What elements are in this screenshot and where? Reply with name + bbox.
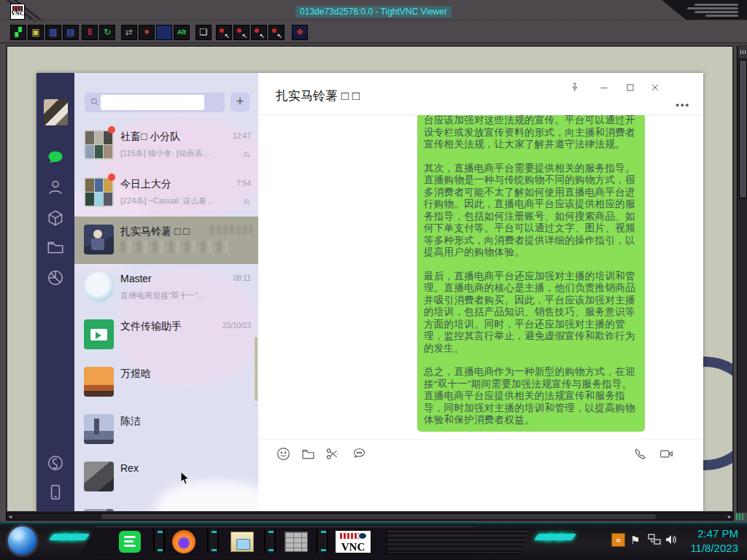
avatar: [84, 414, 114, 444]
pause-icon[interactable]: ‖: [82, 25, 98, 40]
vent-decoration: [638, 0, 747, 20]
taskbar-files-button[interactable]: [228, 529, 257, 555]
group-avatar: [84, 130, 114, 160]
chat-name: Rex: [120, 462, 139, 474]
garbled-preview: [120, 241, 230, 253]
voice-call-icon[interactable]: [632, 446, 648, 462]
file-manager-icon: [231, 532, 254, 552]
volume-tray-icon[interactable]: [665, 534, 678, 548]
message-bubble: 台应该加强对这些法规的宣传。平台可以通过开设专栏或发放宣传资料的形式，向主播和消…: [417, 115, 645, 432]
message-paragraph: 台应该加强对这些法规的宣传。平台可以通过开设专栏或发放宣传资料的形式，向主播和消…: [424, 115, 638, 151]
contacts-icon[interactable]: [46, 178, 65, 197]
input-toolbar: [258, 439, 703, 468]
send-keys-icon[interactable]: ⇄: [121, 25, 137, 40]
message-paragraph: 最后，直播电商平台还应加强对主播的培训和管理。直播电商的核心是主播，他们负责推销…: [424, 271, 638, 355]
vnc-titlebar: VNC 013de73d2576:0.0 - TightVNC Viewer: [0, 0, 747, 22]
taskbar: VNC ≈ ⚑ 2:47 PM 11/8/2023: [0, 522, 747, 560]
list-item[interactable]: 万煜晗: [74, 359, 258, 406]
emoji-icon[interactable]: [276, 446, 291, 462]
clock[interactable]: 2:47 PM 11/8/2023: [690, 526, 738, 556]
scroll-right-arrow[interactable]: ▸: [728, 513, 731, 520]
chat-time: 23/10/23: [222, 322, 251, 330]
list-item[interactable]: Rex: [74, 454, 258, 501]
search-bar: [85, 93, 225, 112]
java-tray-icon[interactable]: ≈: [611, 533, 625, 547]
chat-name: 今日上大分: [120, 178, 171, 191]
ctrl-alt-del-icon[interactable]: ✶: [139, 25, 155, 40]
miniprogram-icon[interactable]: [46, 454, 65, 472]
remote-cursor-icon-4[interactable]: ↖: [268, 25, 285, 40]
close-icon[interactable]: [649, 82, 661, 93]
user-avatar[interactable]: [44, 99, 68, 125]
add-button[interactable]: +: [231, 93, 249, 112]
avatar: [84, 462, 114, 491]
vnc-toolbar: ▞ ▣ ▨ ▤ ‖ ↻ ⇄ ✶ Alt ❏ ↖ ↖ ↖ ↖ ❖: [0, 22, 747, 44]
screenshot-scissors-icon[interactable]: [325, 446, 340, 462]
avatar: [84, 367, 114, 397]
close-connection-icon[interactable]: ❖: [292, 25, 308, 40]
copy-icon[interactable]: ▤: [63, 25, 79, 40]
list-item[interactable]: 社畜□ 小分队 12:47 [115条] 猫小冬: [动画表…: [74, 122, 258, 169]
moments-icon[interactable]: [46, 268, 65, 287]
clock-time: 2:47 PM: [690, 526, 738, 541]
chat-name: 扎实马铃薯 □ □: [120, 225, 190, 238]
chevron-decoration: [69, 534, 90, 540]
scrollbar-thumb[interactable]: [739, 60, 747, 198]
avatar: [84, 272, 114, 302]
search-icon: [90, 97, 100, 107]
taskbar-bricks-button[interactable]: [282, 529, 311, 555]
list-item[interactable]: 陈洁: [74, 406, 258, 454]
remote-cursor-icon-3[interactable]: ↖: [251, 25, 267, 40]
pin-icon[interactable]: [569, 82, 581, 93]
maximize-icon[interactable]: [624, 82, 636, 93]
message-paragraph: 其次，直播电商平台需要提供相关的服务指导。直播购物是一种与传统购物不同的购物方式…: [424, 163, 638, 259]
wechat-window: + 社畜□ 小分队 12:47 [115条] 猫小冬: [动画表…: [36, 73, 703, 513]
refresh-icon[interactable]: ↻: [99, 25, 115, 40]
mute-icon: [242, 149, 251, 158]
horizontal-scrollbar[interactable]: ◂ ▸: [6, 513, 734, 521]
start-button[interactable]: [6, 524, 39, 557]
remote-cursor-icon-1[interactable]: ↖: [216, 25, 232, 40]
new-connection-icon[interactable]: ▞: [10, 25, 26, 40]
network-tray-icon[interactable]: [648, 534, 661, 548]
divider: [0, 20, 747, 21]
phone-icon[interactable]: [46, 483, 65, 502]
favorites-icon[interactable]: [46, 209, 65, 228]
chats-icon[interactable]: [46, 149, 65, 168]
scroll-left-arrow[interactable]: ◂: [9, 513, 12, 520]
list-item[interactable]: 文件传输助手 23/10/23: [74, 311, 258, 359]
scrollbar-thumb[interactable]: [101, 514, 656, 519]
open-file-icon[interactable]: ▨: [45, 25, 61, 40]
files-icon[interactable]: [46, 238, 65, 257]
separator: [264, 529, 276, 553]
list-item-selected[interactable]: 扎实马铃薯 □ □: [74, 217, 258, 264]
full-screen-icon[interactable]: [156, 25, 172, 40]
vertical-scrollbar[interactable]: [737, 45, 747, 513]
win-key-icon[interactable]: ❏: [196, 25, 212, 40]
search-input[interactable]: [101, 95, 204, 110]
taskbar-wechat-button[interactable]: [115, 529, 144, 555]
scrollbar-button[interactable]: [738, 46, 747, 58]
list-item[interactable]: 沧溟: [74, 501, 258, 513]
save-icon[interactable]: ▣: [28, 25, 44, 40]
chat-history-icon[interactable]: [352, 446, 367, 462]
video-call-icon[interactable]: [659, 446, 674, 462]
resize-grip[interactable]: [736, 513, 745, 520]
remote-cursor-icon-2[interactable]: ↖: [233, 25, 249, 40]
flag-tray-icon[interactable]: ⚑: [630, 534, 640, 547]
chat-header: 扎实马铃薯 □ □ •••: [258, 73, 703, 115]
minimize-icon[interactable]: [598, 82, 610, 93]
message-input-area[interactable]: [258, 468, 703, 513]
file-icon[interactable]: [301, 446, 316, 462]
alt-key-icon[interactable]: Alt: [174, 25, 190, 40]
chat-name: 文件传输助手: [120, 320, 182, 333]
taskbar-firefox-button[interactable]: [169, 529, 198, 555]
chat-name: 万煜晗: [120, 368, 151, 381]
chat-name: Master: [120, 273, 152, 284]
mouse-cursor: [180, 471, 191, 486]
list-scrollbar-thumb[interactable]: [255, 337, 258, 401]
list-item[interactable]: Master 08:11 直播电商迎接“双十一”…: [74, 264, 258, 311]
taskbar-vnc-button[interactable]: VNC: [333, 529, 374, 555]
list-item[interactable]: 今日上大分 7:54 [224条] ~Casual: 这么卷…: [74, 169, 258, 217]
more-menu-icon[interactable]: •••: [676, 99, 690, 110]
